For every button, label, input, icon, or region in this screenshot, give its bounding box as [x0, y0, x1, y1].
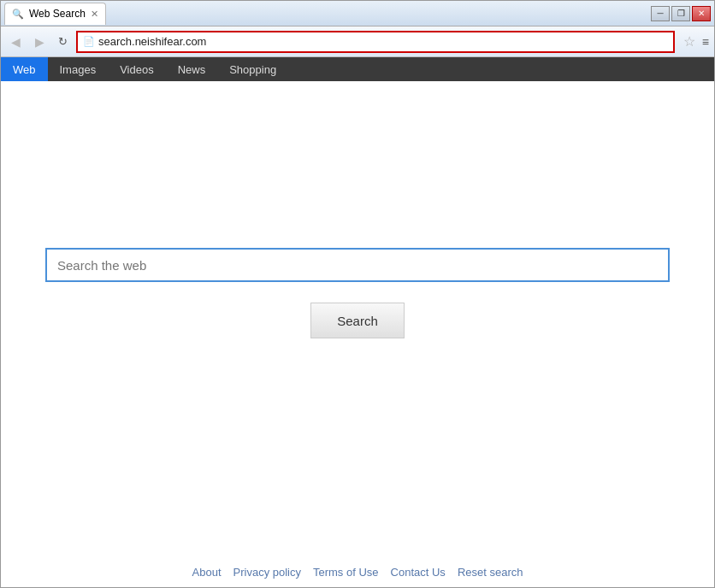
tab-icon: 🔍: [12, 9, 24, 20]
main-content: Search: [1, 81, 714, 556]
restore-button[interactable]: ❐: [671, 6, 690, 21]
bookmark-button[interactable]: ☆: [683, 33, 695, 50]
browser-window: 🔍 Web Search ✕ ─ ❐ ✕ ◀ ▶ ↻ 📄 search.neis…: [0, 0, 715, 588]
nav-item-news[interactable]: News: [166, 57, 218, 81]
window-controls: ─ ❐ ✕: [651, 6, 711, 21]
search-button-wrap: Search: [310, 303, 405, 338]
search-input[interactable]: [45, 248, 670, 282]
title-bar: 🔍 Web Search ✕ ─ ❐ ✕: [1, 1, 714, 26]
nav-item-videos[interactable]: Videos: [108, 57, 166, 81]
address-text: search.neishifear.com: [98, 35, 668, 48]
nav-item-web[interactable]: Web: [1, 57, 48, 81]
browser-tab[interactable]: 🔍 Web Search ✕: [4, 3, 106, 25]
forward-button[interactable]: ▶: [30, 32, 49, 51]
minimize-button[interactable]: ─: [651, 6, 670, 21]
menu-button[interactable]: ≡: [702, 35, 709, 49]
footer-link-terms[interactable]: Terms of Use: [313, 566, 379, 579]
footer-link-contact[interactable]: Contact Us: [391, 566, 446, 579]
footer-link-reset[interactable]: Reset search: [458, 566, 523, 579]
refresh-button[interactable]: ↻: [54, 33, 71, 50]
nav-item-shopping[interactable]: Shopping: [217, 57, 288, 81]
nav-item-images[interactable]: Images: [48, 57, 109, 81]
page-icon: 📄: [83, 36, 95, 47]
close-button[interactable]: ✕: [692, 6, 711, 21]
search-button[interactable]: Search: [310, 303, 405, 338]
footer-link-privacy[interactable]: Privacy policy: [233, 566, 301, 579]
tab-title: Web Search: [29, 8, 86, 20]
address-bar[interactable]: 📄 search.neishifear.com: [76, 31, 675, 53]
tab-close-button[interactable]: ✕: [91, 9, 98, 20]
nav-bar: ◀ ▶ ↻ 📄 search.neishifear.com ☆ ≡: [1, 26, 714, 57]
search-type-nav: Web Images Videos News Shopping: [1, 57, 714, 81]
title-bar-left: 🔍 Web Search ✕: [4, 3, 651, 25]
search-box-container: [45, 248, 670, 282]
back-button[interactable]: ◀: [6, 32, 25, 51]
footer-link-about[interactable]: About: [192, 566, 222, 579]
footer: About Privacy policy Terms of Use Contac…: [1, 556, 714, 587]
